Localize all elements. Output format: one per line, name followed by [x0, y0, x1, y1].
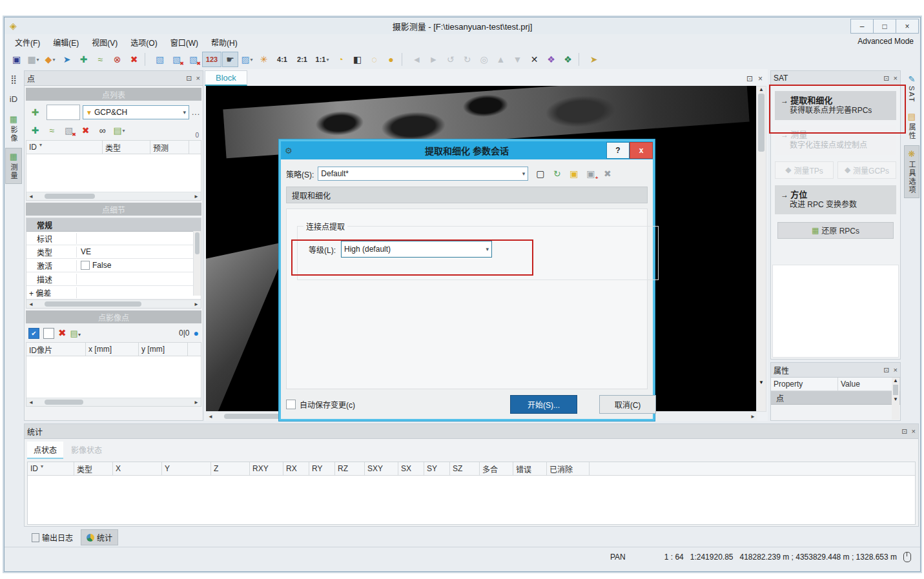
level-select[interactable]: High (default) ▾: [341, 241, 492, 258]
point-filter-select[interactable]: ▼ GCP&CH ▾: [83, 105, 189, 119]
tab-output-log[interactable]: 输出日志: [26, 530, 78, 545]
delete-point-icon[interactable]: ✖: [126, 52, 142, 67]
strategy-select[interactable]: Default* ▾: [318, 167, 528, 181]
side-tab-sat-tab[interactable]: ✎SAT: [904, 71, 919, 107]
side-tab-images-tab[interactable]: ▦影像: [5, 111, 22, 146]
menu-e[interactable]: 编辑(E): [46, 35, 85, 50]
autosave-checkbox[interactable]: [286, 400, 296, 409]
column-header-id[interactable]: ID▾: [26, 141, 103, 154]
column-header-col13[interactable]: 多合: [480, 462, 513, 475]
column-header-col2[interactable]: 预测: [150, 141, 189, 154]
statistics-body[interactable]: [28, 476, 915, 522]
delete-image-point-icon[interactable]: ✖: [58, 327, 67, 339]
delete-image-point-icon[interactable]: ▧✖: [61, 123, 77, 138]
column-header-sx[interactable]: SX: [398, 462, 424, 475]
property-row[interactable]: 描述: [26, 272, 201, 286]
point-pick-icon[interactable]: ✚: [76, 52, 92, 67]
restore-rpcs-button[interactable]: ▦ 还原 RPCs: [777, 222, 894, 239]
pair-view-a-icon[interactable]: ❖: [543, 52, 559, 67]
delete-globe-icon[interactable]: ⊗: [109, 52, 125, 67]
maximize-button[interactable]: □: [873, 19, 896, 34]
find-point-icon[interactable]: ∞: [94, 123, 110, 138]
menu-w[interactable]: 窗口(W): [164, 35, 205, 50]
column-header-col1[interactable]: 类型: [103, 141, 150, 154]
edit-image-point-icon[interactable]: ▤▾: [70, 329, 81, 338]
tab-point-status[interactable]: 点状态: [27, 442, 63, 459]
tab-block[interactable]: Block: [205, 70, 247, 86]
properties-vscrollbar[interactable]: ▲ ▼: [892, 378, 899, 420]
menu-o[interactable]: 选项(O): [124, 35, 163, 50]
save-strategy-as-icon[interactable]: ▣+: [582, 166, 599, 181]
column-header-sxy[interactable]: SXY: [365, 462, 398, 475]
view-float-icon[interactable]: ⊡: [746, 74, 753, 83]
column-header-y[interactable]: Y: [162, 462, 211, 475]
point-list-body[interactable]: [26, 154, 201, 192]
filter-more-button[interactable]: ...: [192, 108, 200, 117]
property-row-point[interactable]: 点: [771, 392, 784, 403]
track-points-icon[interactable]: ≈: [44, 123, 60, 138]
uncheck-all-checkbox[interactable]: [43, 328, 54, 339]
new-strategy-icon[interactable]: ▢: [532, 166, 548, 181]
menu-h[interactable]: 帮助(H): [205, 35, 244, 50]
column-header-col0[interactable]: ID像片: [26, 343, 86, 356]
close-panel-icon[interactable]: ×: [912, 427, 916, 436]
column-header-rx[interactable]: RX: [283, 462, 309, 475]
float-panel-icon[interactable]: ⊡: [186, 74, 192, 83]
prop-col-property[interactable]: Property: [771, 378, 838, 391]
pointer-help-icon[interactable]: ➤: [586, 52, 602, 67]
property-row[interactable]: 激活False: [26, 259, 201, 272]
accept-edit-icon[interactable]: ▤▾: [111, 123, 127, 138]
column-header-ymm[interactable]: y [mm]: [139, 343, 188, 356]
reload-strategy-icon[interactable]: ↻: [549, 166, 565, 181]
image-points-body[interactable]: [26, 356, 201, 398]
prop-col-value[interactable]: Value: [838, 378, 900, 391]
cancel-button[interactable]: 取消(C): [599, 395, 656, 414]
view-close-icon[interactable]: ×: [758, 74, 763, 83]
column-header-sy[interactable]: SY: [424, 462, 450, 475]
column-header-col14[interactable]: 错误: [513, 462, 547, 475]
close-panel-icon[interactable]: ×: [894, 366, 898, 374]
property-row[interactable]: + 偏差: [26, 286, 201, 300]
column-header-id[interactable]: ID▾: [28, 462, 74, 475]
save-icon[interactable]: ▣: [8, 52, 25, 67]
dialog-title-bar[interactable]: ⚙ 提取和细化 参数会话 ? x: [281, 141, 653, 159]
zoom-4-1-icon[interactable]: 4:1: [272, 52, 292, 67]
side-tab-id-display[interactable]: iD: [5, 91, 22, 109]
menu-f[interactable]: 文件(F): [8, 35, 46, 50]
zoom-fit-icon[interactable]: ✳: [256, 52, 272, 67]
delete-selected-icon[interactable]: ✖: [77, 123, 94, 138]
side-tab-tool-options-tab[interactable]: ❋工具选项: [904, 145, 919, 198]
float-panel-icon[interactable]: ⊡: [901, 427, 907, 436]
navigate-home-icon[interactable]: ◆▾: [42, 52, 58, 67]
dialog-help-button[interactable]: ?: [606, 142, 630, 159]
column-header-rxy[interactable]: RXY: [250, 462, 283, 475]
menu-v[interactable]: 视图(V): [85, 35, 124, 50]
minimize-button[interactable]: –: [850, 19, 874, 34]
check-all-checkbox[interactable]: ✔: [28, 328, 39, 339]
property-row[interactable]: 类型VE: [26, 245, 201, 259]
column-header-ry[interactable]: RY: [309, 462, 335, 475]
column-header-col1[interactable]: 类型: [74, 462, 113, 475]
close-panel-icon[interactable]: ×: [894, 74, 898, 83]
contrast-icon[interactable]: ◧: [349, 52, 365, 67]
pan-tool-icon[interactable]: ☛: [222, 52, 238, 67]
skeleton-figure-icon[interactable]: ✕: [526, 52, 542, 67]
add-point-icon[interactable]: ✚: [27, 105, 43, 120]
zoom-1-1-icon[interactable]: 1:1▾: [313, 52, 332, 67]
property-row[interactable]: 标识: [26, 232, 201, 245]
column-header-sz[interactable]: SZ: [450, 462, 480, 475]
side-tab-survey-tab[interactable]: ▦测量: [5, 148, 22, 184]
details-vscrollbar[interactable]: [193, 231, 201, 296]
side-tab-properties-tab[interactable]: ▤属性: [904, 108, 919, 143]
step-extract-refine[interactable]: → 提取和细化 获得联系点并完善RPCs: [775, 91, 896, 120]
close-panel-icon[interactable]: ×: [196, 74, 200, 83]
tab-statistics[interactable]: 统计: [81, 529, 118, 545]
point-id-input[interactable]: [46, 105, 80, 120]
zoom-2-1-icon[interactable]: 2:1: [293, 52, 312, 67]
start-button[interactable]: 开始(S)...: [510, 395, 577, 414]
column-header-z[interactable]: Z: [211, 462, 250, 475]
globe-sphere-icon[interactable]: ●: [194, 328, 199, 338]
column-header-rz[interactable]: RZ: [335, 462, 365, 475]
unlock-icon[interactable]: ◌: [366, 52, 382, 67]
step-orientation[interactable]: → 方位 改进 RPC 变换参数: [775, 185, 896, 214]
